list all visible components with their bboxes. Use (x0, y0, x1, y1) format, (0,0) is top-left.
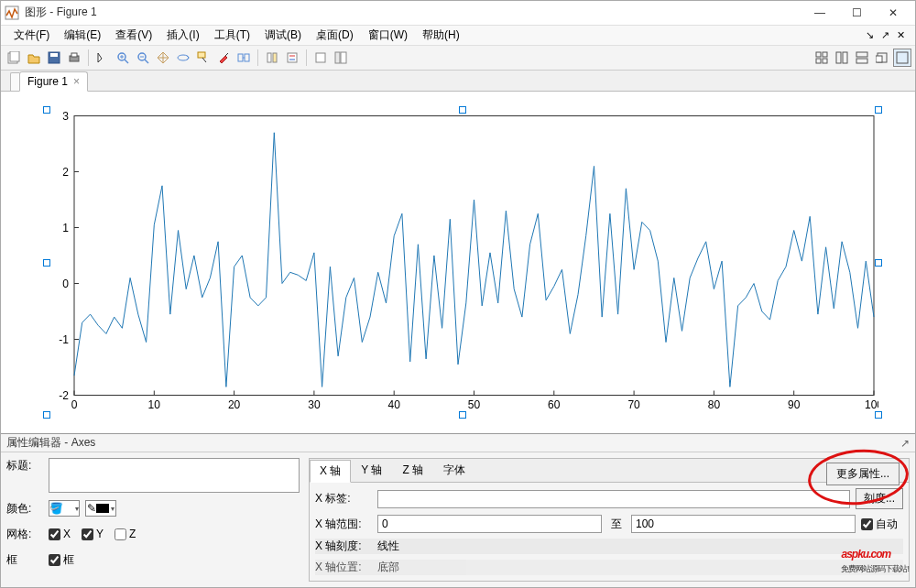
x-pos-value: 底部 (377, 560, 399, 575)
dock-undock-icon[interactable]: ↘ (863, 29, 877, 41)
grid-x-checkbox[interactable] (49, 528, 60, 540)
grid-label: 网格: (6, 527, 43, 542)
rotate-3d-icon[interactable] (174, 49, 192, 67)
x-range-from-input[interactable] (377, 515, 602, 533)
save-icon[interactable] (45, 49, 63, 67)
svg-rect-35 (856, 59, 867, 63)
menu-window[interactable]: 窗口(W) (361, 26, 415, 45)
selection-handle-se[interactable] (875, 411, 882, 419)
menu-help[interactable]: 帮助(H) (415, 26, 467, 45)
grid-z-label: Z (129, 528, 136, 540)
box-cb-label: 框 (63, 552, 74, 568)
svg-text:0: 0 (62, 278, 69, 290)
selection-handle-sw[interactable] (43, 411, 50, 419)
menu-edit[interactable]: 编辑(E) (57, 26, 108, 45)
svg-rect-20 (267, 53, 271, 62)
titlebar: 图形 - Figure 1 — ☐ ✕ (1, 1, 915, 26)
svg-text:3: 3 (62, 110, 69, 123)
menu-desktop[interactable]: 桌面(D) (309, 26, 361, 45)
menu-insert[interactable]: 插入(I) (159, 26, 206, 45)
box-checkbox[interactable] (49, 554, 60, 566)
pen-icon: ✎ (87, 502, 96, 515)
svg-rect-18 (245, 54, 249, 61)
grid-y-label: Y (96, 528, 104, 540)
x-scale-value: 线性 (377, 539, 399, 554)
svg-text:-1: -1 (59, 333, 69, 346)
tab-close-icon[interactable]: × (73, 75, 80, 88)
maximize-button[interactable]: ☐ (838, 2, 875, 24)
title-label: 标题: (6, 458, 43, 474)
new-figure-icon[interactable] (5, 49, 23, 67)
close-button[interactable]: ✕ (875, 2, 911, 24)
title-input[interactable] (49, 458, 300, 493)
edit-plot-icon[interactable] (93, 49, 112, 67)
tile-top-icon[interactable] (853, 49, 871, 67)
insert-legend-icon[interactable] (283, 49, 301, 67)
tile-left-icon[interactable] (833, 49, 851, 67)
ticks-button[interactable]: 刻度... (856, 488, 903, 509)
property-editor-title: 属性编辑器 - Axes (6, 435, 95, 451)
svg-line-16 (202, 58, 206, 62)
link-data-icon[interactable] (234, 49, 253, 67)
svg-text:10: 10 (148, 398, 161, 411)
float-icon[interactable] (873, 49, 891, 67)
selection-handle-nw[interactable] (43, 106, 50, 114)
maximize-panel-icon[interactable]: ↗ (878, 29, 892, 41)
axis-tab-z[interactable]: Z 轴 (392, 459, 433, 482)
svg-rect-28 (816, 52, 821, 57)
x-range-auto-checkbox[interactable] (861, 518, 873, 530)
menu-debug[interactable]: 调试(B) (257, 26, 309, 45)
axis-tab-y[interactable]: Y 轴 (351, 459, 392, 482)
property-editor: 属性编辑器 - Axes ↗ 标题: 颜色: 🪣▾ ✎▾ 网格: X Y Z (1, 433, 915, 587)
svg-text:30: 30 (308, 398, 321, 411)
brush-icon[interactable] (214, 49, 233, 67)
menu-file[interactable]: 文件(F) (6, 26, 57, 45)
x-label-input[interactable] (377, 490, 850, 508)
svg-rect-29 (823, 52, 827, 57)
tab-drag-handle[interactable] (10, 72, 19, 91)
fill-color-button[interactable]: 🪣▾ (49, 500, 80, 517)
menu-view[interactable]: 查看(V) (108, 26, 159, 45)
tile-quad-icon[interactable] (812, 49, 831, 67)
plot-area: 0102030405060708090100-2-10123 (1, 92, 915, 433)
selection-handle-s[interactable] (459, 411, 466, 419)
svg-text:50: 50 (468, 398, 481, 411)
grid-x-label: X (63, 528, 71, 540)
axis-property-panel: 更多属性... X 轴 Y 轴 Z 轴 字体 X 标签: 刻度... (309, 458, 910, 582)
insert-colorbar-icon[interactable] (263, 49, 281, 67)
open-icon[interactable] (25, 49, 43, 67)
selection-handle-n[interactable] (459, 106, 466, 114)
grid-z-checkbox[interactable] (114, 528, 126, 540)
svg-text:-2: -2 (59, 389, 69, 402)
zoom-out-icon[interactable] (134, 49, 152, 67)
selection-handle-ne[interactable] (875, 106, 882, 114)
show-plot-tools-icon[interactable] (332, 49, 350, 67)
menu-tools[interactable]: 工具(T) (207, 26, 257, 45)
axis-tab-x[interactable]: X 轴 (310, 460, 351, 483)
zoom-in-icon[interactable] (114, 49, 132, 67)
x-range-label: X 轴范围: (315, 517, 372, 532)
x-range-to-input[interactable] (631, 515, 856, 533)
tab-figure-1[interactable]: Figure 1 × (19, 71, 88, 92)
pan-icon[interactable] (154, 49, 172, 67)
figure-tabs: Figure 1 × (1, 71, 915, 92)
close-panel-icon[interactable]: ✕ (894, 29, 908, 41)
svg-rect-2 (10, 51, 19, 61)
print-icon[interactable] (65, 49, 83, 67)
selection-handle-w[interactable] (43, 259, 50, 267)
minimize-button[interactable]: — (802, 2, 838, 24)
data-cursor-icon[interactable] (194, 49, 213, 67)
maximize-tile-icon[interactable] (893, 49, 911, 67)
line-color-button[interactable]: ✎▾ (85, 500, 116, 517)
axes[interactable]: 0102030405060708090100-2-10123 (47, 110, 878, 415)
selection-handle-e[interactable] (875, 259, 882, 267)
more-properties-button[interactable]: 更多属性... (826, 463, 900, 485)
property-editor-close-icon[interactable]: ↗ (900, 437, 910, 450)
window-title: 图形 - Figure 1 (25, 5, 802, 20)
line-chart[interactable]: 0102030405060708090100-2-10123 (47, 110, 878, 415)
svg-rect-34 (856, 52, 867, 57)
grid-y-checkbox[interactable] (82, 528, 93, 540)
hide-plot-tools-icon[interactable] (311, 49, 330, 67)
x-range-auto-label: 自动 (876, 517, 898, 532)
axis-tab-font[interactable]: 字体 (433, 459, 475, 482)
